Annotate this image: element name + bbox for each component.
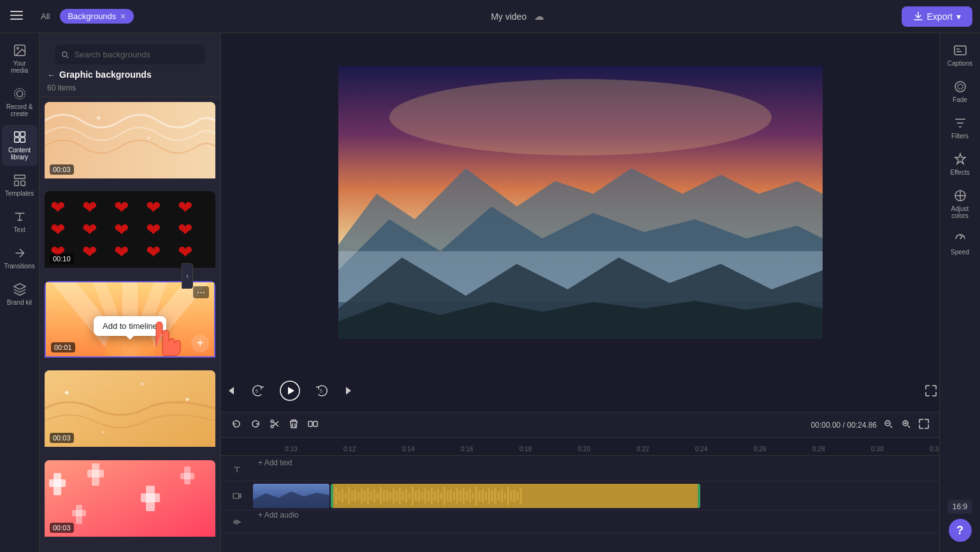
list-item[interactable]: 00:03 — [45, 460, 215, 547]
svg-rect-79 — [351, 491, 353, 501]
filters-button[interactable]: Filters — [942, 111, 978, 145]
ruler-mark: 0:18 — [519, 446, 578, 453]
add-audio-button[interactable]: + Add audio — [253, 511, 939, 519]
captions-button[interactable]: Captions — [942, 38, 978, 72]
tab-backgrounds[interactable]: Backgrounds ✕ — [60, 9, 134, 24]
menu-button[interactable] — [8, 6, 25, 26]
sidebar-item-transitions[interactable]: Transitions — [2, 241, 38, 275]
timeline-time-display: 00:00.00 / 00:24.86 — [811, 421, 877, 430]
svg-rect-130 — [514, 490, 515, 502]
ruler-mark: 0:32 — [930, 446, 939, 453]
svg-text:✦: ✦ — [95, 113, 103, 123]
svg-rect-106 — [437, 489, 439, 503]
skip-end-button[interactable] — [341, 382, 359, 402]
split-button[interactable] — [305, 416, 321, 433]
fullscreen-button[interactable] — [923, 382, 939, 401]
svg-point-14 — [62, 52, 67, 56]
svg-rect-128 — [507, 487, 509, 505]
adjust-colors-button[interactable]: Adjust colors — [942, 184, 978, 224]
svg-rect-104 — [431, 488, 433, 504]
svg-rect-135 — [955, 46, 966, 55]
center-area: 5 5 — [221, 33, 939, 552]
sidebar-item-templates[interactable]: Templates — [2, 168, 38, 202]
svg-text:❤: ❤ — [146, 242, 161, 262]
play-button[interactable] — [277, 378, 303, 405]
svg-rect-8 — [20, 132, 24, 136]
speed-button[interactable]: Speed — [942, 227, 978, 261]
svg-text:❤: ❤ — [82, 220, 97, 240]
sidebar-icons: Your media Record & create Content libra… — [0, 33, 40, 552]
list-item[interactable]: ✦ ✦ ✦ 00:03 — [45, 102, 215, 189]
timeline-zoom-controls — [881, 416, 932, 433]
zoom-in-button[interactable] — [898, 416, 914, 433]
video-track — [221, 481, 939, 511]
ruler-mark: 0:22 — [637, 446, 695, 453]
svg-rect-95 — [402, 491, 404, 500]
svg-rect-53 — [72, 510, 86, 516]
svg-rect-120 — [482, 490, 484, 502]
redo-button[interactable] — [248, 416, 263, 433]
add-text-button[interactable]: + Add text — [253, 458, 939, 467]
audio-track-content[interactable]: + Add audio — [253, 511, 939, 533]
list-item[interactable]: 00:01 ⋯ + Add to timeline — [45, 281, 215, 368]
list-item[interactable]: ✦ ✦ ✦ ✦ 00:03 — [45, 370, 215, 457]
tab-all[interactable]: All — [33, 9, 57, 24]
forward-button[interactable]: 5 — [313, 382, 331, 402]
search-bar[interactable] — [55, 45, 205, 64]
svg-rect-87 — [377, 493, 378, 499]
thumb-duration: 00:03 — [50, 433, 74, 443]
timeline-toolbar: 00:00.00 / 00:24.86 — [221, 412, 939, 438]
fit-button[interactable] — [916, 416, 932, 433]
export-button[interactable]: Export ▾ — [902, 6, 972, 27]
ruler-mark: 0:20 — [578, 446, 637, 453]
svg-rect-112 — [456, 488, 458, 504]
sidebar-item-brand-kit[interactable]: Brand kit — [2, 277, 38, 311]
svg-text:❤: ❤ — [82, 242, 97, 262]
svg-text:❤: ❤ — [146, 198, 161, 217]
svg-rect-124 — [494, 488, 496, 504]
tab-close-icon[interactable]: ✕ — [120, 12, 126, 21]
svg-rect-0 — [10, 11, 23, 12]
help-button[interactable]: ? — [949, 519, 972, 542]
search-input[interactable] — [75, 50, 199, 59]
thumb-more-button[interactable]: ⋯ — [193, 286, 209, 298]
svg-point-64 — [271, 420, 273, 423]
audio-track-label — [221, 518, 253, 527]
text-track-content[interactable]: + Add text — [253, 458, 939, 481]
timeline-tracks: + Add text — [221, 456, 939, 536]
svg-text:✦: ✦ — [101, 430, 106, 435]
svg-rect-82 — [361, 488, 363, 504]
panel-collapse-button[interactable]: ‹ — [182, 263, 193, 289]
sidebar-item-record-create[interactable]: Record & create — [2, 82, 38, 122]
skip-start-button[interactable] — [221, 382, 239, 402]
svg-point-5 — [17, 91, 22, 96]
svg-text:❤: ❤ — [50, 198, 65, 217]
video-clip-thumbnail[interactable] — [253, 484, 329, 508]
sidebar-item-your-media[interactable]: Your media — [2, 38, 38, 79]
svg-point-65 — [271, 425, 273, 428]
sidebar-item-text[interactable]: Text — [2, 205, 38, 238]
rewind-button[interactable]: 5 — [249, 382, 267, 402]
svg-rect-9 — [14, 138, 18, 142]
ruler-mark: 0:16 — [461, 446, 519, 453]
undo-button[interactable] — [229, 416, 244, 433]
back-button[interactable]: ← Graphic backgrounds — [47, 69, 213, 80]
sidebar-item-content-library[interactable]: Content library — [2, 125, 38, 166]
thumb-add-button[interactable]: + — [191, 335, 209, 352]
aspect-ratio-selector[interactable]: 16:9 — [948, 500, 972, 514]
effects-button[interactable]: Effects — [942, 147, 978, 181]
cut-button[interactable] — [267, 416, 282, 433]
video-track-label — [221, 491, 253, 500]
svg-text:❤: ❤ — [178, 242, 192, 262]
delete-button[interactable] — [286, 416, 301, 433]
svg-rect-93 — [396, 490, 398, 502]
svg-rect-2 — [10, 18, 23, 20]
svg-rect-86 — [373, 489, 375, 503]
svg-rect-131 — [517, 492, 519, 500]
zoom-out-button[interactable] — [881, 416, 896, 433]
svg-text:❤: ❤ — [82, 198, 97, 217]
video-track-content[interactable] — [253, 481, 939, 510]
fade-button[interactable]: Fade — [942, 75, 978, 108]
svg-rect-134 — [698, 484, 700, 508]
video-clip-main[interactable] — [331, 484, 700, 508]
